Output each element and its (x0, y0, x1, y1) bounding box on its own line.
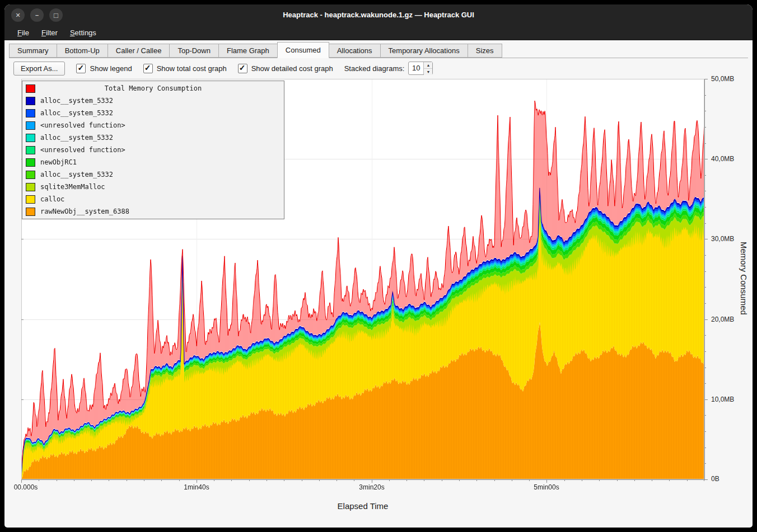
x-tick-label: 00.000s (14, 483, 38, 491)
menu-file[interactable]: File (12, 27, 34, 39)
checkbox-icon (76, 64, 86, 73)
stacked-diagrams-spinner[interactable]: 10 ▲ ▼ (408, 62, 433, 75)
tab-top-down[interactable]: Top-Down (169, 44, 219, 58)
legend-label: <unresolved function> (40, 146, 125, 154)
legend-label: sqlite3MemMalloc (40, 183, 105, 191)
checkbox-icon (238, 64, 247, 73)
tab-sizes[interactable]: Sizes (468, 44, 502, 58)
export-as-button[interactable]: Export As... (13, 62, 65, 76)
tabbar: Summary Bottom-Up Caller / Callee Top-Do… (9, 41, 748, 58)
legend-label: alloc__system_5332 (40, 109, 113, 117)
legend-swatch (26, 97, 35, 105)
show-total-cost-checkbox[interactable]: Show total cost graph (143, 64, 227, 73)
tab-flame-graph[interactable]: Flame Graph (218, 44, 278, 58)
x-tick-label: 5min00s (534, 483, 559, 491)
spinner-up-icon[interactable]: ▲ (424, 62, 432, 69)
legend-label: alloc__system_5332 (40, 171, 113, 178)
legend-label: newObjRC1 (40, 158, 77, 166)
tab-allocations[interactable]: Allocations (329, 44, 381, 58)
legend-label: <unresolved function> (40, 121, 125, 129)
legend-swatch (26, 134, 35, 142)
legend-swatch (26, 121, 35, 130)
chart-legend: Total Memory Consumption alloc__system_5… (22, 81, 284, 219)
tab-summary[interactable]: Summary (9, 44, 57, 58)
tab-caller-callee[interactable]: Caller / Callee (108, 44, 170, 58)
y-tick-label: 40,0MB (711, 155, 746, 163)
legend-swatch (26, 109, 35, 117)
spinner-down-icon[interactable]: ▼ (424, 69, 432, 75)
y-axis-title: Memory Consumed (739, 242, 749, 315)
legend-swatch (26, 171, 35, 179)
y-tick-label: 20,0MB (711, 316, 746, 323)
legend-swatch (26, 158, 35, 167)
x-tick-label: 3min20s (359, 483, 384, 491)
tab-bottom-up[interactable]: Bottom-Up (57, 44, 108, 58)
checkbox-label: Show detailed cost graph (251, 64, 333, 73)
window-title: Heaptrack - heaptrack.wakunode.1.gz — He… (4, 4, 753, 26)
x-tick-label: 1min40s (184, 483, 209, 491)
legend-label: alloc__system_5332 (40, 134, 113, 142)
legend-title: Total Memory Consumption (22, 84, 284, 92)
titlebar[interactable]: Heaptrack - heaptrack.wakunode.1.gz — He… (4, 4, 753, 26)
checkbox-label: Show total cost graph (157, 64, 227, 73)
legend-swatch (26, 208, 35, 216)
legend-swatch-total (26, 84, 35, 93)
show-detailed-cost-checkbox[interactable]: Show detailed cost graph (238, 64, 333, 73)
toolbar: Export As... Show legend Show total cost… (13, 60, 748, 77)
legend-swatch (26, 195, 35, 204)
legend-label: alloc__system_5332 (40, 97, 113, 105)
show-legend-checkbox[interactable]: Show legend (76, 64, 132, 73)
menu-filter[interactable]: Filter (36, 27, 63, 39)
checkbox-icon (143, 64, 153, 73)
x-axis-title: Elapsed Time (338, 501, 389, 511)
app-window: Heaptrack - heaptrack.wakunode.1.gz — He… (4, 4, 753, 528)
y-tick-label: 50,0MB (711, 75, 746, 83)
y-tick-label: 10,0MB (711, 396, 746, 403)
y-tick-label: 0B (711, 475, 746, 483)
legend-swatch (26, 183, 35, 191)
checkbox-label: Show legend (90, 64, 132, 73)
tab-temporary-allocations[interactable]: Temporary Allocations (380, 44, 468, 58)
menu-settings[interactable]: Settings (65, 27, 101, 39)
legend-label: calloc (40, 195, 64, 203)
legend-swatch (26, 146, 35, 154)
legend-label: rawNewObj__system_6388 (40, 208, 129, 215)
menubar: File Filter Settings (4, 26, 753, 40)
spinner-value[interactable]: 10 (409, 62, 423, 74)
tab-consumed[interactable]: Consumed (277, 42, 329, 58)
stacked-diagrams-label: Stacked diagrams: (344, 64, 405, 73)
